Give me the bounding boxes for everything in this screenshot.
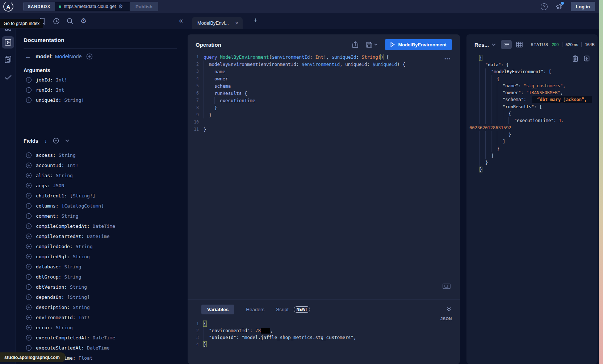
add-field-icon[interactable] <box>26 172 32 179</box>
field-type[interactable]: DateTime <box>87 345 110 351</box>
field-row[interactable]: compileStartedAt:DateTime <box>16 231 183 241</box>
field-type[interactable]: DateTime <box>93 335 116 340</box>
field-row[interactable]: childrenL1:[String!] <box>16 191 183 201</box>
add-all-fields-icon[interactable] <box>86 53 93 60</box>
field-row[interactable]: environmentId:Int! <box>16 312 183 322</box>
field-type[interactable]: [String] <box>67 294 90 300</box>
field-row[interactable]: executeCompletedAt:DateTime <box>16 332 183 343</box>
save-options-chevron-icon[interactable] <box>374 43 378 46</box>
field-row[interactable]: accountId:Int! <box>16 160 183 170</box>
field-type[interactable]: String <box>56 173 73 178</box>
publish-button[interactable]: Publish <box>130 2 158 11</box>
field-type[interactable]: Float <box>79 355 93 361</box>
new-tab-icon[interactable]: + <box>254 16 257 24</box>
endpoint-url-value[interactable]: https://metadata.cloud.get <box>64 4 116 9</box>
field-row[interactable]: comment:String <box>16 211 183 221</box>
field-type[interactable]: String <box>64 264 81 269</box>
field-type[interactable]: String <box>62 213 79 219</box>
add-field-icon[interactable] <box>26 87 32 93</box>
field-type[interactable]: String <box>64 274 81 280</box>
operation-editor[interactable]: 1query ModelByEnvironment($environmentId… <box>188 53 448 133</box>
add-field-icon[interactable] <box>26 335 32 341</box>
field-row[interactable]: executeStartedAt:DateTime <box>16 343 183 353</box>
field-type[interactable]: String! <box>64 97 84 103</box>
sort-fields-icon[interactable]: ↓ <box>44 138 47 144</box>
field-row[interactable]: compiledSql:String <box>16 251 183 262</box>
field-row[interactable]: dbtVersion:String <box>16 282 183 292</box>
run-operation-button[interactable]: ModelByEnvironment <box>385 39 452 50</box>
add-field-icon[interactable] <box>26 264 32 270</box>
back-arrow-icon[interactable]: ← <box>25 53 31 60</box>
apollo-logo[interactable]: A <box>3 1 14 12</box>
field-type[interactable]: String <box>56 325 73 330</box>
keyboard-shortcuts-icon[interactable] <box>443 284 451 289</box>
add-field-icon[interactable] <box>26 294 32 300</box>
field-type[interactable]: String <box>73 254 90 259</box>
field-type[interactable]: String <box>70 284 87 290</box>
breadcrumb-type-link[interactable]: ModelNode <box>55 54 82 59</box>
search-icon[interactable] <box>67 18 74 25</box>
field-type[interactable]: JSON <box>53 183 64 188</box>
add-field-icon[interactable] <box>26 97 32 103</box>
add-field-icon[interactable] <box>26 254 32 260</box>
add-field-icon[interactable] <box>26 213 32 219</box>
response-json-view[interactable]: {"data": {"modelByEnvironment": [{"name"… <box>466 54 598 173</box>
login-button[interactable]: Log in <box>571 2 595 11</box>
add-field-icon[interactable] <box>26 203 32 209</box>
add-field-icon[interactable] <box>26 183 32 189</box>
response-dropdown-chevron-icon[interactable] <box>492 43 496 46</box>
history-icon[interactable] <box>53 18 60 25</box>
operation-more-menu-icon[interactable]: ••• <box>444 56 451 62</box>
variables-editor[interactable]: 1{2"environmentId": 78,3"uniqueId": "mod… <box>188 320 448 348</box>
close-tab-icon[interactable]: × <box>235 20 238 26</box>
field-type[interactable]: Int! <box>67 163 78 168</box>
field-row[interactable]: compiledCode:String <box>16 241 183 251</box>
add-field-icon[interactable] <box>26 243 32 250</box>
field-row[interactable]: database:String <box>16 262 183 272</box>
argument-row[interactable]: uniqueId:String! <box>16 95 183 105</box>
sidebar-item-schema-diff[interactable] <box>4 55 12 63</box>
field-row[interactable]: access:String <box>16 150 183 160</box>
field-type[interactable]: Int! <box>79 315 90 320</box>
field-type[interactable]: Int <box>56 87 64 93</box>
add-fields-icon[interactable] <box>53 138 59 144</box>
collapse-variables-panel-icon[interactable] <box>447 307 451 311</box>
field-type[interactable]: DateTime <box>87 234 110 239</box>
tab-headers[interactable]: Headers <box>246 305 264 314</box>
settings-gear-icon[interactable]: ⚙ <box>80 17 87 25</box>
field-row[interactable]: dbtGroup:String <box>16 272 183 282</box>
field-type[interactable]: Int! <box>56 77 67 83</box>
add-field-icon[interactable] <box>26 274 32 280</box>
field-type[interactable]: DateTime <box>93 223 116 229</box>
add-field-icon[interactable] <box>26 284 32 290</box>
add-field-icon[interactable] <box>26 345 32 351</box>
help-icon[interactable]: ? <box>541 3 548 10</box>
tab-script[interactable]: Script <box>276 305 289 314</box>
field-row[interactable]: columns:[CatalogColumn] <box>16 201 183 211</box>
add-field-icon[interactable] <box>26 223 32 229</box>
add-field-icon[interactable] <box>26 314 32 321</box>
fields-options-chevron-icon[interactable] <box>65 139 69 142</box>
operation-tab[interactable]: ModelByEnvi... × <box>192 17 243 29</box>
share-operation-icon[interactable] <box>352 41 358 48</box>
field-type[interactable]: [CatalogColumn] <box>62 203 104 209</box>
tree-view-toggle-icon[interactable] <box>501 40 512 49</box>
add-field-icon[interactable] <box>26 233 32 239</box>
field-row[interactable]: description:String <box>16 302 183 312</box>
endpoint-url-input[interactable]: https://metadata.cloud.get ⚙ <box>55 2 135 11</box>
argument-row[interactable]: jobId:Int! <box>16 75 183 85</box>
field-type[interactable]: [String!] <box>70 193 95 198</box>
field-row[interactable]: alias:String <box>16 170 183 180</box>
add-field-icon[interactable] <box>26 152 32 158</box>
save-operation-icon[interactable] <box>366 42 372 48</box>
add-field-icon[interactable] <box>26 193 32 199</box>
sidebar-item-explorer[interactable] <box>2 36 14 49</box>
field-type[interactable]: String <box>76 244 93 249</box>
tab-variables[interactable]: Variables <box>201 305 234 314</box>
add-field-icon[interactable] <box>26 304 32 310</box>
field-row[interactable]: args:JSON <box>16 180 183 191</box>
add-field-icon[interactable] <box>26 325 32 331</box>
endpoint-settings-icon[interactable]: ⚙ <box>118 3 123 10</box>
field-type[interactable]: String <box>59 152 76 158</box>
sidebar-item-checks[interactable] <box>4 75 12 80</box>
